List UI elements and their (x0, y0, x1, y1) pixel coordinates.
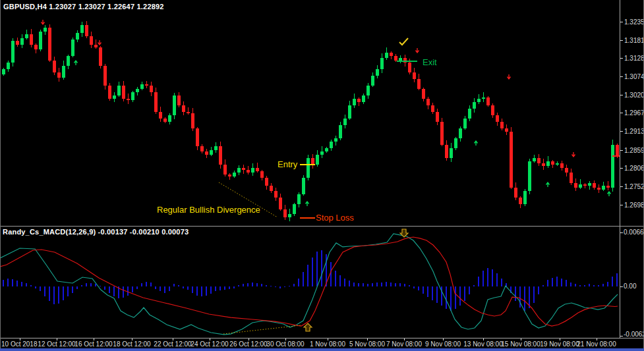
macd-bar (418, 286, 419, 290)
exit-line[interactable] (397, 61, 417, 62)
time-tick-label: 15 Nov 08:00 (501, 340, 541, 348)
macd-bar (169, 286, 170, 291)
macd-bar (104, 286, 105, 290)
candle-body (551, 161, 554, 165)
macd-bar (252, 283, 253, 286)
current-price-dash (612, 155, 620, 157)
candle-body (274, 191, 278, 198)
candle-body (413, 72, 416, 79)
macd-bar (386, 282, 387, 286)
candle-body (99, 47, 102, 66)
candle-body (505, 128, 508, 132)
macd-bar (113, 286, 115, 296)
candle-body (150, 86, 153, 92)
candle-body (579, 184, 582, 188)
candle-body (500, 122, 504, 128)
price-tick-label: 1.30200 (624, 92, 644, 99)
candle-body (616, 145, 619, 156)
candle-body (90, 36, 93, 45)
macd-bar (201, 286, 202, 296)
candle-body (131, 92, 134, 100)
macd-bar (16, 281, 18, 286)
macd-bar (261, 284, 262, 286)
candle-body (537, 158, 541, 163)
stop-loss-label[interactable]: Stop Loss (316, 213, 354, 223)
candle-body (260, 171, 264, 178)
candle-body (445, 145, 448, 158)
stop-loss-line[interactable] (300, 217, 315, 219)
macd-bar (335, 271, 336, 287)
candle-body (366, 86, 370, 95)
macd-bar (150, 283, 152, 286)
macd-bar (141, 283, 142, 286)
candle-body (117, 86, 121, 95)
macd-bar (399, 283, 401, 286)
candle-wick (188, 107, 189, 115)
entry-line[interactable] (300, 164, 315, 165)
candle-body (523, 191, 527, 204)
candle-body (67, 56, 70, 66)
macd-bar (275, 286, 276, 287)
candle-body (348, 105, 351, 119)
macd-bar (432, 286, 433, 300)
candle-body (343, 119, 347, 125)
candle-body (168, 115, 171, 122)
macd-bar (542, 285, 544, 287)
candle-body (334, 138, 337, 142)
candle-body (163, 119, 167, 122)
time-tick-label: 21 Nov 08:00 (577, 340, 616, 348)
time-tick-label: 18 Oct 12:00 (113, 340, 150, 348)
candle-body (394, 56, 397, 61)
candle-body (283, 209, 287, 217)
macd-bar (464, 286, 465, 301)
candle-body (602, 186, 605, 190)
candle-body (80, 25, 84, 33)
candle-body (491, 105, 494, 115)
candle-body (127, 99, 130, 100)
candle-body (330, 142, 333, 148)
macd-bar (270, 286, 272, 286)
macd-bar (40, 286, 41, 291)
macd-bar (575, 284, 576, 286)
divergence-label[interactable]: Regular Bullish Divergence (157, 205, 260, 215)
macd-bar (224, 286, 225, 290)
macd-bar (210, 286, 212, 294)
candle-body (565, 168, 568, 173)
candle-body (48, 28, 51, 61)
candle-body (265, 178, 268, 186)
chart-canvas[interactable] (0, 0, 644, 351)
macd-bar (183, 286, 184, 288)
macd-bar (589, 284, 590, 286)
macd-bar (279, 286, 281, 288)
candle-body (57, 72, 61, 78)
price-tick-label: 1.29130 (624, 128, 644, 135)
entry-label[interactable]: Entry (278, 159, 297, 169)
candle-body (583, 184, 587, 186)
candle-body (251, 168, 254, 173)
macd-bar (76, 286, 78, 289)
candle-body (11, 41, 15, 63)
macd-bar (220, 286, 221, 290)
candle-body (514, 188, 517, 198)
candle-body (20, 38, 24, 45)
macd-scale-zero: 0.00 (624, 283, 636, 290)
macd-bar (44, 286, 45, 296)
macd-bar (256, 283, 258, 286)
candle-body (191, 113, 194, 128)
macd-bar (243, 284, 244, 286)
macd-bar (178, 285, 179, 287)
candle-body (256, 168, 259, 171)
macd-bar (127, 286, 129, 296)
candle-body (187, 112, 190, 113)
candle-body (353, 99, 356, 105)
candle-body (210, 150, 213, 155)
candle-body (546, 161, 550, 166)
price-tick-label: 1.32350 (624, 18, 644, 26)
macd-bar (196, 286, 198, 296)
candle-body (242, 168, 245, 170)
macd-bar (233, 286, 235, 288)
macd-bar (519, 286, 521, 308)
exit-label[interactable]: Exit (423, 57, 437, 67)
macd-bar (363, 283, 364, 286)
chart-frame (0, 0, 644, 351)
